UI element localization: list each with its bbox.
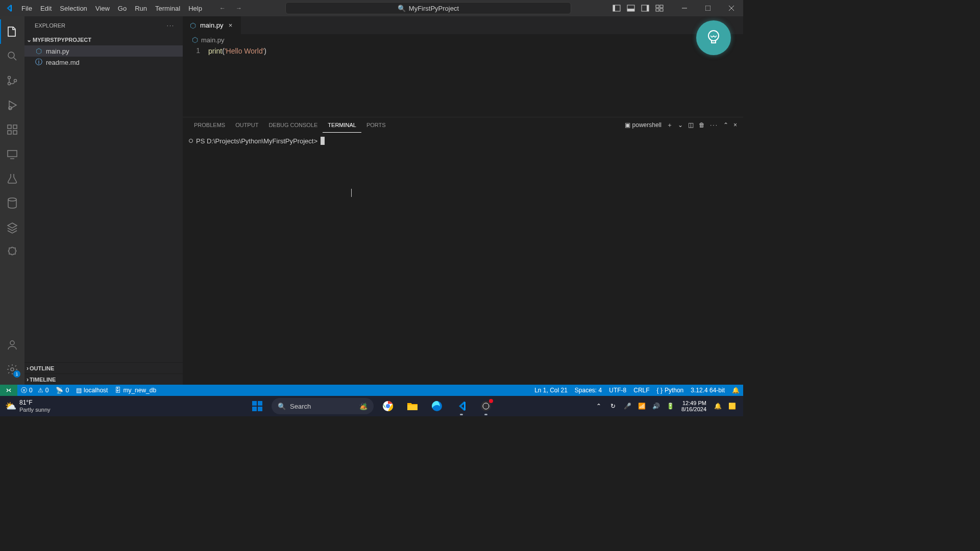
menu-run[interactable]: Run <box>131 0 151 16</box>
tray-app-icon[interactable]: 🟨 <box>726 403 738 410</box>
tray-chevron-icon[interactable]: ⌃ <box>593 403 605 410</box>
kill-terminal-icon[interactable]: 🗑 <box>699 121 705 129</box>
split-terminal-icon[interactable]: ◫ <box>688 121 694 129</box>
activity-accounts-icon[interactable] <box>0 333 24 357</box>
tray-volume-icon[interactable]: 🔊 <box>650 403 662 410</box>
panel-tab-problems[interactable]: PROBLEMS <box>189 117 230 133</box>
breadcrumb[interactable]: ⬡ main.py <box>183 34 743 45</box>
activity-extensions-icon[interactable] <box>0 117 24 142</box>
menu-terminal[interactable]: Terminal <box>151 0 184 16</box>
taskbar-edge-icon[interactable] <box>427 396 447 416</box>
menu-selection[interactable]: Selection <box>56 0 91 16</box>
activity-database-icon[interactable] <box>0 191 24 215</box>
menu-file[interactable]: File <box>17 0 36 16</box>
editor-content[interactable]: 1 print('Hello World') <box>183 45 743 117</box>
terminal-more-icon[interactable]: ··· <box>710 121 718 129</box>
activity-puzzle-icon[interactable] <box>0 240 24 264</box>
toggle-secondary-sidebar-icon[interactable] <box>640 3 650 13</box>
explorer-sidebar: EXPLORER ··· ⌄ MYFIRSTPYPROJECT ⬡ main.p… <box>24 16 183 385</box>
customize-layout-icon[interactable] <box>654 3 665 13</box>
toggle-panel-icon[interactable] <box>626 3 636 13</box>
activity-source-control-icon[interactable] <box>0 68 24 93</box>
status-localhost[interactable]: ▤localhost <box>72 385 111 396</box>
code-line: print('Hello World') <box>208 45 743 117</box>
file-item-main-py[interactable]: ⬡ main.py <box>24 45 183 57</box>
menu-go[interactable]: Go <box>114 0 131 16</box>
menu-help[interactable]: Help <box>184 0 206 16</box>
search-text: MyFirstPyProject <box>409 5 459 12</box>
file-item-readme[interactable]: ⓘ readme.md <box>24 57 183 68</box>
timeline-section[interactable]: › TIMELINE <box>24 373 183 385</box>
taskbar-explorer-icon[interactable] <box>402 396 423 416</box>
activity-layers-icon[interactable] <box>0 215 24 240</box>
terminal-status-icon <box>189 139 193 143</box>
outline-section[interactable]: › OUTLINE <box>24 362 183 373</box>
new-terminal-icon[interactable]: ＋ <box>667 121 673 130</box>
sidebar-more-icon[interactable]: ··· <box>167 22 175 29</box>
activity-explorer-icon[interactable] <box>0 19 24 44</box>
activity-run-debug-icon[interactable] <box>0 93 24 117</box>
toggle-primary-sidebar-icon[interactable] <box>611 3 622 13</box>
tray-wifi-icon[interactable]: 📶 <box>635 403 648 410</box>
terminal-cursor <box>321 137 325 145</box>
activity-remote-icon[interactable] <box>0 142 24 166</box>
menu-edit[interactable]: Edit <box>36 0 56 16</box>
panel-tabs: PROBLEMS OUTPUT DEBUG CONSOLE TERMINAL P… <box>183 117 743 133</box>
menu-view[interactable]: View <box>91 0 114 16</box>
taskbar-search[interactable]: 🔍 Search 🏕️ <box>272 398 374 414</box>
lightbulb-code-icon <box>703 28 724 48</box>
taskbar-vscode-icon[interactable] <box>451 396 472 416</box>
svg-rect-23 <box>13 125 17 129</box>
panel-tab-output[interactable]: OUTPUT <box>230 117 263 133</box>
taskbar-obs-icon[interactable] <box>476 396 496 416</box>
activity-search-icon[interactable] <box>0 44 24 68</box>
close-button[interactable] <box>720 0 743 16</box>
status-database[interactable]: 🗄my_new_db <box>111 385 160 396</box>
terminal-profile[interactable]: ▣ powershell <box>625 121 662 129</box>
tray-mic-icon[interactable]: 🎤 <box>621 403 633 410</box>
start-button[interactable] <box>247 396 267 416</box>
svg-point-34 <box>386 404 390 408</box>
breadcrumb-label: main.py <box>201 36 225 44</box>
command-center-search[interactable]: 🔍 MyFirstPyProject <box>285 2 571 14</box>
editor-tab-main-py[interactable]: ⬡ main.py × <box>183 16 241 34</box>
status-language[interactable]: { }Python <box>653 385 688 396</box>
taskbar-chrome-icon[interactable] <box>378 396 398 416</box>
panel-tab-terminal[interactable]: TERMINAL <box>323 117 361 133</box>
svg-point-16 <box>8 77 11 79</box>
svg-rect-11 <box>705 6 710 11</box>
menu-bar: File Edit Selection View Go Run Terminal… <box>17 0 206 16</box>
status-cursor-position[interactable]: Ln 1, Col 21 <box>531 385 571 396</box>
status-indentation[interactable]: Spaces: 4 <box>571 385 605 396</box>
vscode-icon <box>0 4 17 13</box>
maximize-button[interactable] <box>696 0 720 16</box>
status-errors[interactable]: ⓧ0⚠0 <box>17 385 52 396</box>
nav-forward-icon[interactable]: → <box>233 5 245 12</box>
status-encoding[interactable]: UTF-8 <box>605 385 630 396</box>
weather-condition: Partly sunny <box>19 407 51 413</box>
tab-close-icon[interactable]: × <box>227 21 235 29</box>
status-python-version[interactable]: 3.12.4 64-bit <box>687 385 728 396</box>
close-panel-icon[interactable]: × <box>733 121 737 129</box>
status-notifications-icon[interactable]: 🔔 <box>728 385 743 396</box>
tray-clock[interactable]: 12:49 PM 8/16/2024 <box>678 400 709 412</box>
remote-indicator[interactable] <box>0 385 17 396</box>
panel-tab-debug-console[interactable]: DEBUG CONSOLE <box>263 117 323 133</box>
taskbar-weather[interactable]: ⛅ 81°F Partly sunny <box>0 399 51 412</box>
minimize-button[interactable] <box>673 0 696 16</box>
terminal-dropdown-icon[interactable]: ⌄ <box>678 121 683 129</box>
nav-back-icon[interactable]: ← <box>216 5 229 12</box>
tray-sync-icon[interactable]: ↻ <box>607 403 619 410</box>
svg-point-18 <box>14 80 17 82</box>
assistant-bubble[interactable] <box>694 18 733 57</box>
status-ports[interactable]: 📡0 <box>52 385 72 396</box>
maximize-panel-icon[interactable]: ⌃ <box>723 121 728 129</box>
tray-notifications-icon[interactable]: 🔔 <box>712 403 724 410</box>
panel-tab-ports[interactable]: PORTS <box>361 117 391 133</box>
terminal-content[interactable]: PS D:\Projects\Python\MyFirstPyProject> <box>183 133 743 385</box>
activity-testing-icon[interactable] <box>0 166 24 191</box>
folder-header[interactable]: ⌄ MYFIRSTPYPROJECT <box>24 34 183 45</box>
tray-battery-icon[interactable]: 🔋 <box>664 403 676 410</box>
activity-settings-icon[interactable]: 1 <box>0 357 24 382</box>
status-eol[interactable]: CRLF <box>630 385 653 396</box>
